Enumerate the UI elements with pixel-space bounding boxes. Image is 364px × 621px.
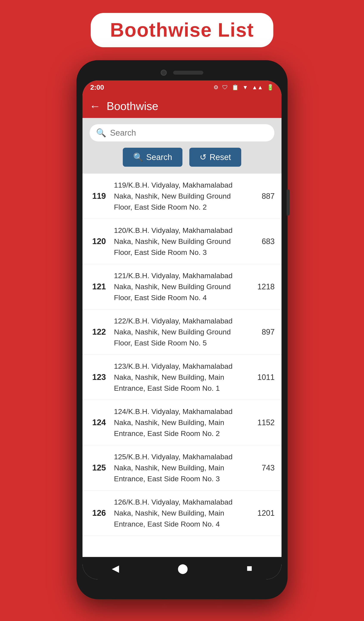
list-item[interactable]: 124 124/K.B.H. Vidyalay, Makhamalabad Na… bbox=[82, 400, 282, 445]
wifi-icon: ▼ bbox=[242, 84, 248, 91]
item-number: 122 bbox=[89, 327, 109, 337]
item-count: 897 bbox=[255, 328, 275, 337]
list-item[interactable]: 122 122/K.B.H. Vidyalay, Makhamalabad Na… bbox=[82, 310, 282, 355]
search-area: 🔍 🔍 Search ↺ Reset bbox=[82, 118, 282, 173]
item-number: 126 bbox=[89, 508, 109, 518]
item-description: 120/K.B.H. Vidyalay, Makhamalabad Naka, … bbox=[109, 225, 255, 258]
back-nav-button[interactable]: ◀ bbox=[112, 563, 119, 574]
button-row: 🔍 Search ↺ Reset bbox=[89, 148, 275, 169]
reset-button-label: Reset bbox=[210, 153, 231, 162]
item-number: 119 bbox=[89, 191, 109, 201]
list-item[interactable]: 120 120/K.B.H. Vidyalay, Makhamalabad Na… bbox=[82, 219, 282, 264]
item-number: 120 bbox=[89, 237, 109, 246]
phone-screen: 2:00 ⚙ 🛡 📋 ▼ ▲▲ 🔋 ← Boothwise 🔍 bbox=[82, 80, 282, 579]
page-title: Boothwise List bbox=[110, 19, 254, 41]
item-number: 123 bbox=[89, 373, 109, 382]
back-button[interactable]: ← bbox=[89, 100, 101, 113]
search-icon: 🔍 bbox=[96, 128, 106, 138]
home-nav-button[interactable]: ⬤ bbox=[177, 563, 188, 574]
list-item[interactable]: 126 126/K.B.H. Vidyalay, Makhamalabad Na… bbox=[82, 491, 282, 536]
list-item[interactable]: 121 121/K.B.H. Vidyalay, Makhamalabad Na… bbox=[82, 264, 282, 310]
list-item[interactable]: 123 123/K.B.H. Vidyalay, Makhamalabad Na… bbox=[82, 355, 282, 400]
item-description: 124/K.B.H. Vidyalay, Makhamalabad Naka, … bbox=[109, 406, 255, 439]
item-count: 683 bbox=[255, 237, 275, 246]
search-input[interactable] bbox=[110, 128, 268, 138]
item-description: 119/K.B.H. Vidyalay, Makhamalabad Naka, … bbox=[109, 180, 255, 213]
phone-shell: 2:00 ⚙ 🛡 📋 ▼ ▲▲ 🔋 ← Boothwise 🔍 bbox=[77, 60, 287, 599]
content-area: 🔍 🔍 Search ↺ Reset 119 119/ bbox=[82, 118, 282, 557]
item-count: 1218 bbox=[255, 282, 275, 291]
item-description: 121/K.B.H. Vidyalay, Makhamalabad Naka, … bbox=[109, 270, 255, 303]
item-count: 1152 bbox=[255, 418, 275, 427]
search-button[interactable]: 🔍 Search bbox=[123, 148, 182, 167]
item-description: 126/K.B.H. Vidyalay, Makhamalabad Naka, … bbox=[109, 497, 255, 530]
item-count: 743 bbox=[255, 463, 275, 472]
signal-icon: ▲▲ bbox=[252, 84, 263, 91]
status-icons: ⚙ 🛡 📋 ▼ ▲▲ 🔋 bbox=[213, 84, 274, 91]
search-box: 🔍 bbox=[89, 124, 275, 142]
phone-top-bar bbox=[82, 66, 282, 79]
side-button bbox=[287, 190, 290, 215]
battery-icon: 🔋 bbox=[267, 84, 274, 91]
sim-icon: 📋 bbox=[232, 84, 239, 91]
item-description: 123/K.B.H. Vidyalay, Makhamalabad Naka, … bbox=[109, 361, 255, 394]
search-button-label: Search bbox=[146, 153, 172, 162]
item-count: 1201 bbox=[255, 509, 275, 518]
item-description: 125/K.B.H. Vidyalay, Makhamalabad Naka, … bbox=[109, 451, 255, 484]
item-number: 121 bbox=[89, 282, 109, 291]
shield-icon: 🛡 bbox=[222, 84, 228, 91]
list-area: 119 119/K.B.H. Vidyalay, Makhamalabad Na… bbox=[82, 173, 282, 557]
item-description: 122/K.B.H. Vidyalay, Makhamalabad Naka, … bbox=[109, 315, 255, 348]
item-count: 887 bbox=[255, 192, 275, 201]
speaker bbox=[173, 71, 203, 75]
app-bar-title: Boothwise bbox=[107, 100, 158, 113]
reset-button[interactable]: ↺ Reset bbox=[189, 148, 241, 167]
item-count: 1011 bbox=[255, 373, 275, 382]
status-bar: 2:00 ⚙ 🛡 📋 ▼ ▲▲ 🔋 bbox=[82, 80, 282, 94]
item-number: 124 bbox=[89, 418, 109, 427]
list-item[interactable]: 119 119/K.B.H. Vidyalay, Makhamalabad Na… bbox=[82, 173, 282, 219]
reset-button-icon: ↺ bbox=[200, 153, 206, 162]
page-title-container: Boothwise List bbox=[91, 13, 273, 47]
list-item[interactable]: 125 125/K.B.H. Vidyalay, Makhamalabad Na… bbox=[82, 445, 282, 491]
recent-nav-button[interactable]: ■ bbox=[247, 563, 253, 574]
camera bbox=[161, 70, 167, 76]
bottom-nav: ◀ ⬤ ■ bbox=[82, 557, 282, 579]
item-number: 125 bbox=[89, 463, 109, 472]
gear-icon: ⚙ bbox=[213, 84, 218, 91]
search-button-icon: 🔍 bbox=[133, 153, 143, 162]
status-time: 2:00 bbox=[90, 84, 104, 91]
app-bar: ← Boothwise bbox=[82, 94, 282, 118]
